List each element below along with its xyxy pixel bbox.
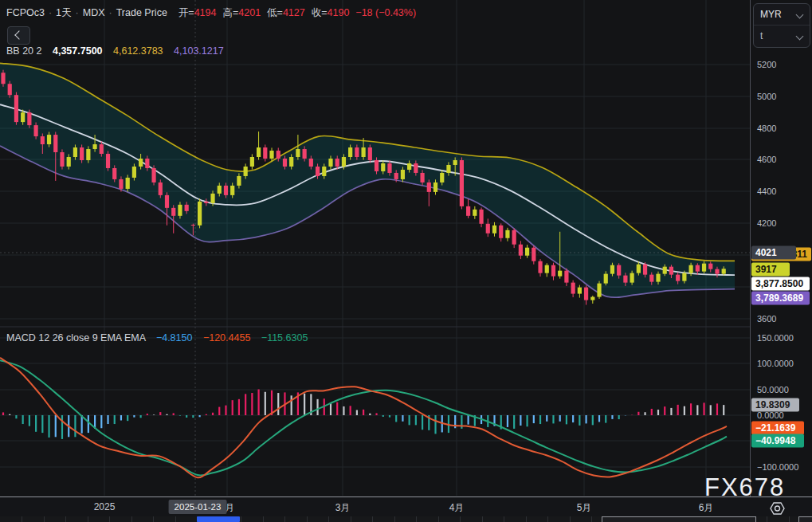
candle-body: [630, 273, 634, 283]
bottom-scroll-strip[interactable]: [0, 516, 812, 522]
bb-basis-price-label: 3,877.8500: [751, 277, 810, 291]
strip-cell-divider: [547, 516, 548, 522]
unit-selector[interactable]: t: [754, 25, 810, 46]
price-scale[interactable]: 5200500048004600440042003600150.0000100.…: [750, 0, 812, 522]
candle-body: [165, 195, 169, 208]
change-value: −18 (−0.43%): [355, 7, 416, 18]
time-scale-label: 4月: [449, 501, 465, 515]
bb-indicator-legend[interactable]: BB 20 2 4,357.7500 4,612.3783 4,103.1217: [6, 45, 224, 57]
time-scale-label: 6月: [699, 501, 714, 515]
candle-body: [656, 274, 660, 282]
candle-body: [237, 176, 241, 186]
candle-body: [269, 151, 273, 159]
strip-cell-divider: [65, 516, 66, 522]
back-button[interactable]: [7, 26, 30, 45]
price-scale-tick: 150.0000: [757, 333, 794, 343]
candle-body: [198, 202, 202, 226]
candle-body: [86, 149, 90, 160]
candle-body: [218, 186, 222, 194]
fx678-watermark: FX678: [704, 473, 785, 502]
candle-body: [433, 183, 437, 192]
candle-body: [106, 154, 110, 168]
candle-body: [696, 265, 700, 272]
fx678-logo-icon: [770, 501, 785, 516]
candle-body: [538, 261, 542, 273]
candle-body: [420, 173, 424, 183]
interval-label[interactable]: 1天: [56, 7, 71, 18]
candle-body: [185, 205, 189, 211]
time-scale-label: 5月: [577, 501, 592, 515]
last-price-label: 3917: [751, 263, 790, 277]
candle-body: [604, 274, 608, 284]
candle-body: [453, 160, 457, 165]
candle-body: [322, 167, 326, 176]
macd-line-value-label: −21.1639: [751, 422, 804, 435]
candle-body: [643, 265, 647, 275]
chart-window: FCPOc3·1天·MDX·Trade Price开=4194高=4201低=4…: [0, 0, 812, 522]
strip-cell-divider: [153, 516, 154, 522]
candle-body: [289, 157, 293, 167]
chevron-down-icon: [796, 33, 804, 41]
strip-cell-divider: [482, 516, 483, 522]
strip-cell-divider: [44, 516, 45, 522]
ohlc-values: 开=4194高=4201低=4127收=4190−18 (−0.43%): [178, 7, 416, 18]
candle-body: [47, 135, 51, 144]
bb-label: BB 20 2: [6, 45, 41, 57]
strip-cell-divider: [372, 516, 373, 522]
currency-value: MYR: [760, 9, 782, 20]
strip-cell-divider: [109, 516, 110, 522]
candle-body: [257, 147, 261, 157]
candle-body: [715, 269, 719, 274]
price-chart-canvas[interactable]: [0, 0, 750, 496]
candle-body: [348, 147, 352, 157]
strip-cell-divider: [307, 516, 308, 522]
candle-body: [145, 159, 149, 168]
candle-body: [617, 265, 621, 276]
candle-body: [551, 265, 555, 277]
strip-cell-divider: [591, 516, 592, 522]
time-scale-label: 2025: [94, 501, 116, 512]
time-scale[interactable]: 2025-01-23 20252月3月4月5月6月: [0, 496, 812, 517]
candle-body: [53, 135, 57, 152]
price-scale-tick: 4800: [757, 124, 776, 133]
candle-body: [689, 265, 693, 273]
candle-body: [571, 283, 575, 294]
candle-body: [204, 202, 208, 203]
candle-body: [309, 159, 313, 167]
strip-cell-divider: [263, 516, 264, 522]
currency-selector[interactable]: MYR: [754, 4, 810, 25]
high-value: 4201: [238, 7, 261, 18]
time-scale-label: 3月: [335, 501, 351, 515]
price-scale-tick: 0.0000: [757, 410, 784, 420]
candle-body: [558, 271, 562, 277]
candle-body: [277, 151, 280, 159]
candle-body: [702, 264, 706, 272]
candle-body: [244, 167, 248, 176]
bb-band-fill: [0, 63, 735, 297]
candle-body: [623, 276, 627, 283]
symbol-name[interactable]: FCPOc3: [6, 7, 45, 18]
candle-body: [525, 248, 529, 256]
candle-body: [60, 152, 64, 167]
candle-body: [335, 159, 339, 167]
macd-indicator-legend[interactable]: MACD 12 26 close 9 EMA EMA −4.8150 −120.…: [6, 332, 308, 343]
strip-selected-range: [197, 516, 240, 522]
candle-body: [362, 147, 366, 157]
candle-body: [519, 245, 523, 256]
strip-cell-divider: [789, 516, 790, 522]
strip-cell-divider: [526, 516, 527, 522]
macd-hist-value-label: 19.8309: [751, 398, 799, 412]
close-value: 4190: [328, 7, 350, 18]
candle-body: [112, 168, 116, 179]
candle-body: [414, 163, 418, 173]
strip-cell-divider: [175, 516, 176, 522]
unit-value: t: [760, 30, 763, 41]
candle-body: [80, 147, 84, 160]
candle-body: [368, 147, 372, 160]
macd-line-value: −120.4455: [203, 332, 250, 343]
strip-cell-divider: [88, 516, 88, 522]
candle-body: [230, 186, 234, 195]
strip-cell-divider: [767, 516, 767, 522]
candle-body: [492, 226, 496, 234]
candle-body: [532, 248, 535, 261]
